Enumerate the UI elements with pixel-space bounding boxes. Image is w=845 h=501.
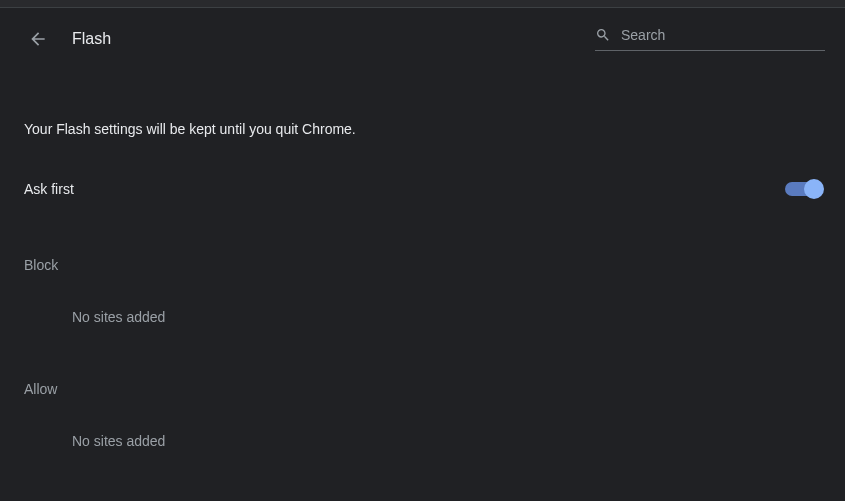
settings-content: Flash Your Flash settings will be kept u… [0,8,845,449]
block-empty-text: No sites added [20,309,825,325]
allow-section-header: Allow [20,381,825,397]
toggle-thumb [804,179,824,199]
ask-first-label: Ask first [24,181,74,197]
allow-empty-text: No sites added [20,433,825,449]
window-top-bar [0,0,845,8]
ask-first-row: Ask first [20,177,825,201]
search-input[interactable] [621,27,825,43]
back-arrow-icon[interactable] [28,29,48,49]
flash-info-text: Your Flash settings will be kept until y… [20,121,825,137]
block-section-header: Block [20,257,825,273]
search-field[interactable] [595,26,825,51]
page-title: Flash [72,30,111,48]
search-icon [595,26,611,44]
page-header: Flash [20,8,825,69]
ask-first-toggle[interactable] [785,182,821,196]
